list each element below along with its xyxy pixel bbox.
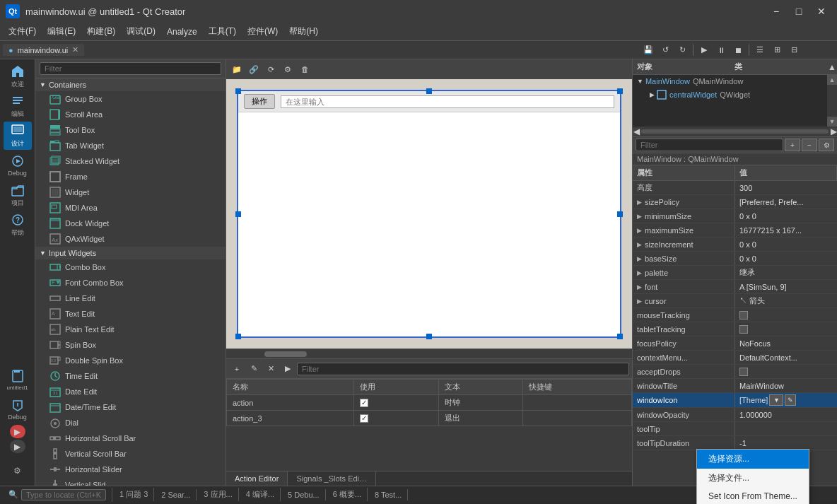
- acceptdrops-checkbox[interactable]: [739, 368, 748, 376]
- windowicon-edit[interactable]: ✎: [785, 394, 796, 406]
- h-scrollbar-thumb[interactable]: [264, 351, 307, 357]
- widget-combobox[interactable]: ▼ Combo Box: [35, 259, 226, 275]
- obj-row-mainwindow[interactable]: ▼ MainWindow QMainWindow: [633, 75, 837, 88]
- props-minus-btn[interactable]: −: [802, 139, 817, 151]
- toolbar-btn-8[interactable]: ⊞: [769, 42, 785, 58]
- widget-stackedwidget[interactable]: Stacked Widget: [35, 153, 226, 169]
- menu-build[interactable]: 构建(B): [81, 24, 121, 39]
- file-tab-close[interactable]: ✕: [72, 45, 78, 54]
- menu-edit[interactable]: 编辑(E): [42, 24, 81, 39]
- status-item-1[interactable]: 1 问题 3: [114, 488, 154, 501]
- widget-hslider[interactable]: Horizontal Slider: [35, 462, 226, 477]
- prop-value-windowicon[interactable]: [Theme] ▼ ✎: [735, 393, 837, 407]
- close-button[interactable]: ✕: [812, 4, 831, 18]
- run-button[interactable]: ▶: [10, 425, 25, 438]
- widget-plaintextedit[interactable]: ab Plain Text Edit: [35, 322, 226, 337]
- resize-handle-tc[interactable]: [426, 88, 432, 94]
- status-item-3[interactable]: 3 应用...: [198, 488, 238, 501]
- prop-value-windowtitle[interactable]: MainWindow: [735, 379, 837, 392]
- prop-value-acceptdrops[interactable]: [735, 365, 837, 378]
- sidebar-design[interactable]: 设计: [4, 122, 32, 150]
- action-preview[interactable]: ▶: [280, 361, 295, 377]
- resize-handle-br[interactable]: [617, 334, 623, 339]
- mousetracking-checkbox[interactable]: [739, 311, 748, 320]
- canvas-input[interactable]: [281, 95, 614, 108]
- run-debug-button[interactable]: ▶: [10, 440, 25, 453]
- props-add-btn[interactable]: +: [785, 139, 800, 151]
- toolbar-btn-4[interactable]: ▶: [696, 42, 712, 58]
- windowicon-dropdown[interactable]: ▼: [769, 394, 783, 406]
- widget-frame[interactable]: Frame: [35, 169, 226, 184]
- resize-handle-bl[interactable]: [235, 334, 241, 339]
- sidebar-edit[interactable]: 编辑: [4, 92, 32, 120]
- prop-value-font[interactable]: A [SimSun, 9]: [735, 280, 837, 293]
- context-menu-item-2[interactable]: 选择文件...: [697, 469, 809, 488]
- file-tab[interactable]: ● mainwindow.ui ✕: [3, 44, 84, 56]
- toolbar-btn-1[interactable]: 💾: [640, 42, 656, 58]
- canvas-toolbar-delete[interactable]: 🗑: [297, 61, 312, 77]
- resize-handle-tl[interactable]: [235, 88, 241, 94]
- widget-toolbox[interactable]: Tool Box: [35, 122, 226, 138]
- menu-help[interactable]: 帮助(H): [283, 24, 324, 39]
- form-window[interactable]: 操作: [237, 90, 621, 338]
- prop-value-cursor[interactable]: ↖ 箭头: [735, 294, 837, 307]
- operate-button[interactable]: 操作: [244, 94, 275, 109]
- status-item-4[interactable]: 4 编译...: [240, 488, 281, 501]
- widget-dateedit[interactable]: 31 Date Edit: [35, 384, 226, 399]
- prop-value-windowopacity[interactable]: 1.000000: [735, 408, 837, 421]
- status-item-5[interactable]: 5 Debu...: [282, 489, 326, 500]
- prop-value-tooltip[interactable]: [735, 422, 837, 435]
- widget-fontcombobox[interactable]: F▼ Font Combo Box: [35, 275, 226, 291]
- prop-value-sizeincrement[interactable]: 0 x 0: [735, 238, 837, 251]
- prop-value-maxsize[interactable]: 16777215 x 167...: [735, 223, 837, 237]
- prop-value-focuspolicy[interactable]: NoFocus: [735, 336, 837, 350]
- sidebar-help[interactable]: ? 帮助: [4, 211, 32, 239]
- menu-file[interactable]: 文件(F): [3, 24, 42, 39]
- menu-tools[interactable]: 工具(T): [203, 24, 242, 39]
- h-scrollbar[interactable]: [226, 348, 632, 358]
- widget-datetimeedit[interactable]: Date/Time Edit: [35, 399, 226, 415]
- action-filter-input[interactable]: [297, 363, 629, 375]
- widget-mdiarea[interactable]: MDI Area: [35, 200, 226, 216]
- props-search-input[interactable]: [636, 139, 783, 151]
- tablettracking-checkbox[interactable]: [739, 325, 748, 334]
- sidebar-welcome[interactable]: 欢迎: [4, 62, 32, 90]
- category-containers[interactable]: ▼ Containers: [35, 78, 226, 91]
- prop-value-tooltipduration[interactable]: -1: [735, 436, 837, 450]
- widget-doublespinbox[interactable]: 0.0 Double Spin Box: [35, 353, 226, 368]
- action-checkbox-2[interactable]: [360, 414, 368, 423]
- resize-handle-ml[interactable]: [235, 211, 241, 217]
- prop-value-tablettracking[interactable]: [735, 322, 837, 336]
- toolbar-btn-7[interactable]: ☰: [752, 42, 768, 58]
- prop-value-palette[interactable]: 继承: [735, 266, 837, 279]
- status-item-2[interactable]: 2 Sear...: [156, 489, 197, 500]
- obj-h-scrollbar[interactable]: ◀ ▶: [633, 127, 837, 136]
- obj-scroll-up[interactable]: ▲: [827, 59, 837, 74]
- action-new[interactable]: +: [229, 361, 245, 377]
- widget-spinbox[interactable]: Spin Box: [35, 337, 226, 353]
- canvas-toolbar-open[interactable]: 🔗: [246, 61, 262, 77]
- table-row[interactable]: action 时钟: [227, 395, 632, 411]
- status-item-6[interactable]: 6 概要...: [327, 488, 368, 501]
- sidebar-untitled[interactable]: untitled1: [4, 365, 32, 394]
- sidebar-debug[interactable]: Debug: [4, 151, 32, 180]
- prop-value-mousetracking[interactable]: [735, 308, 837, 322]
- context-menu-item-3[interactable]: Set Icon From Theme...: [697, 488, 809, 504]
- prop-value-basesize[interactable]: 0 x 0: [735, 252, 837, 265]
- prop-value-minsize[interactable]: 0 x 0: [735, 209, 837, 223]
- widget-scrollarea[interactable]: Scroll Area: [35, 107, 226, 122]
- resize-handle-mr[interactable]: [617, 211, 623, 217]
- props-config-btn[interactable]: ⚙: [819, 139, 834, 151]
- widget-vscrollbar[interactable]: Vertical Scroll Bar: [35, 446, 226, 462]
- widget-tabwidget[interactable]: Tab Widget: [35, 138, 226, 153]
- table-row[interactable]: action_3 退出: [227, 411, 632, 426]
- status-item-7[interactable]: 8 Test...: [369, 489, 408, 500]
- canvas-toolbar-refresh[interactable]: ⟳: [263, 61, 279, 77]
- prop-value-sizepolicy[interactable]: [Preferred, Prefe...: [735, 195, 837, 209]
- minimize-button[interactable]: −: [766, 4, 786, 18]
- category-input-widgets[interactable]: ▼ Input Widgets: [35, 247, 226, 259]
- canvas-toolbar-add[interactable]: 📁: [229, 61, 245, 77]
- menu-analyze[interactable]: Analyze: [161, 25, 203, 38]
- widget-groupbox[interactable]: GB Group Box: [35, 91, 226, 107]
- context-menu-item-1[interactable]: 选择资源...: [697, 450, 809, 469]
